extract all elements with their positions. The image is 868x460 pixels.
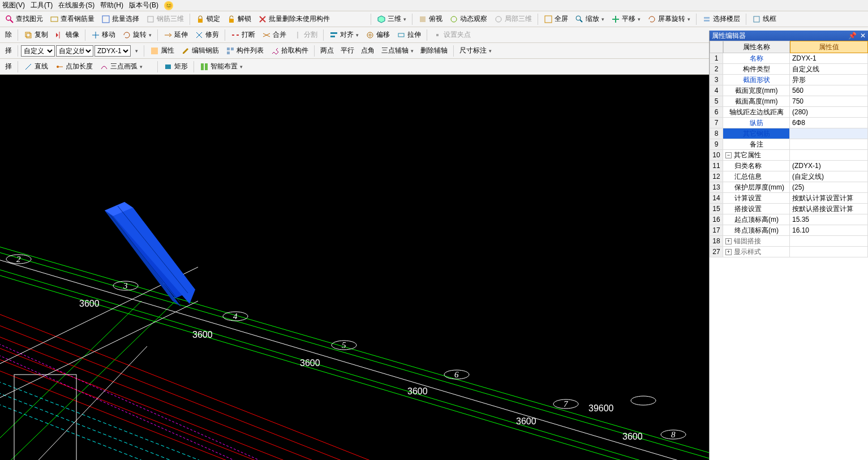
select-floor-button[interactable]: 选择楼层 <box>699 13 743 25</box>
property-value[interactable]: 750 <box>790 96 868 107</box>
property-value[interactable] <box>790 139 868 150</box>
property-row[interactable]: 7纵筋6Φ8 <box>710 118 868 128</box>
property-row[interactable]: 16起点顶标高(m)15.35 <box>710 214 868 225</box>
property-row[interactable]: 1名称ZDYX-1 <box>710 53 868 64</box>
copy-button[interactable]: 复制 <box>21 29 51 41</box>
arc3-button[interactable]: 三点画弧 <box>97 61 145 73</box>
property-row[interactable]: 5截面高度(mm)750 <box>710 96 868 107</box>
property-value[interactable]: (25) <box>790 182 868 193</box>
view-rebar-button[interactable]: 查看钢筋量 <box>47 13 97 25</box>
break-button[interactable]: 打断 <box>228 29 258 41</box>
move-button[interactable]: 移动 <box>88 29 118 41</box>
collapse-icon[interactable]: − <box>725 152 732 158</box>
menu-online[interactable]: 在线服务(S) <box>58 1 94 10</box>
property-value[interactable] <box>790 150 868 161</box>
wireframe-button[interactable]: 线框 <box>749 13 779 25</box>
offset-button[interactable]: 偏移 <box>363 29 393 41</box>
property-value[interactable]: 6Φ8 <box>790 118 868 128</box>
property-row[interactable]: 9备注 <box>710 139 868 150</box>
expand-icon[interactable]: + <box>725 238 732 244</box>
merge-button[interactable]: 合并 <box>259 29 289 41</box>
property-row[interactable]: 14计算设置按默认计算设置计算 <box>710 193 868 204</box>
component-dropdown-button[interactable] <box>132 45 141 57</box>
menu-help[interactable]: 帮助(H) <box>100 1 123 10</box>
property-row[interactable]: 6轴线距左边线距离(280) <box>710 107 868 118</box>
menu-version[interactable]: 版本号(B) <box>129 1 158 10</box>
property-value[interactable]: 按默认计算设置计算 <box>790 193 868 204</box>
lock-button[interactable]: 锁定 <box>193 13 223 25</box>
property-value[interactable]: (自定义线) <box>790 171 868 182</box>
pick-component-button[interactable]: 拾取构件 <box>268 45 311 57</box>
batch-select-button[interactable]: 批量选择 <box>98 13 142 25</box>
property-value[interactable]: 16.10 <box>790 225 868 236</box>
delete-button[interactable]: 除 <box>2 29 15 41</box>
property-row[interactable]: 13保护层厚度(mm)(25) <box>710 182 868 193</box>
property-body[interactable]: 1名称ZDYX-12构件类型自定义线3截面形状异形4截面宽度(mm)5605截面… <box>710 53 868 460</box>
component-list-button[interactable]: 构件列表 <box>223 45 267 57</box>
screen-rotate-button[interactable]: 屏幕旋转 <box>644 13 693 25</box>
point-length-button[interactable]: 点加长度 <box>52 61 96 73</box>
rotate-button[interactable]: 旋转 <box>119 29 154 41</box>
category-select[interactable]: 自定义 <box>21 45 55 57</box>
property-row[interactable]: 4截面宽度(mm)560 <box>710 85 868 96</box>
three-point-axis-button[interactable]: 三点辅轴 <box>379 45 416 57</box>
property-value[interactable]: (280) <box>790 107 868 118</box>
smiley-icon[interactable]: 😊 <box>164 1 173 10</box>
property-row[interactable]: 11归类名称(ZDYX-1) <box>710 161 868 171</box>
mirror-button[interactable]: 镜像 <box>52 29 82 41</box>
type-select[interactable]: 自定义线 <box>56 45 93 57</box>
attr-button[interactable]: 属性 <box>147 45 177 57</box>
property-value[interactable]: 按默认搭接设置计算 <box>790 204 868 214</box>
property-row[interactable]: 18+锚固搭接 <box>710 236 868 247</box>
align-button[interactable]: 对齐 <box>326 29 362 41</box>
property-value[interactable]: (ZDYX-1) <box>790 161 868 171</box>
point-angle-button[interactable]: 点角 <box>358 45 377 57</box>
unlock-button[interactable]: 解锁 <box>224 13 254 25</box>
dimension-button[interactable]: 尺寸标注 <box>457 45 495 57</box>
parallel-button[interactable]: 平行 <box>338 45 357 57</box>
top-view-button[interactable]: 俯视 <box>415 13 445 25</box>
viewport-3d[interactable]: 2 3 4 5 6 7 8 3600 3600 3600 3600 3600 3… <box>0 75 709 460</box>
property-row[interactable]: 12汇总信息(自定义线) <box>710 171 868 182</box>
batch-delete-button[interactable]: 批量删除未使用构件 <box>255 13 333 25</box>
trim-button[interactable]: 修剪 <box>192 29 222 41</box>
component-select[interactable]: ZDYX-1 <box>94 45 131 57</box>
auto-layout-button[interactable]: 智能布置 <box>197 61 246 73</box>
property-value[interactable]: 15.35 <box>790 214 868 225</box>
property-row[interactable]: 27+显示样式 <box>710 247 868 257</box>
pin-icon[interactable]: 📌 <box>848 32 857 40</box>
pan-button[interactable]: 平移 <box>608 13 643 25</box>
select-button[interactable]: 择 <box>2 45 15 57</box>
select2-button[interactable]: 择 <box>2 61 15 73</box>
delete-axis-button[interactable]: 删除辅轴 <box>418 45 450 57</box>
property-value[interactable] <box>790 236 868 247</box>
close-icon[interactable]: ✕ <box>860 32 866 40</box>
menu-view[interactable]: 视图(V) <box>2 1 25 10</box>
svg-point-64 <box>631 396 656 405</box>
property-value[interactable]: 异形 <box>790 75 868 85</box>
property-row[interactable]: 17终点顶标高(m)16.10 <box>710 225 868 236</box>
fullscreen-button[interactable]: 全屏 <box>541 13 571 25</box>
property-value[interactable]: 自定义线 <box>790 64 868 75</box>
property-row[interactable]: 8其它钢筋 <box>710 128 868 139</box>
zoom-button[interactable]: 缩放 <box>572 13 607 25</box>
property-value[interactable] <box>790 247 868 257</box>
expand-icon[interactable]: + <box>725 249 732 255</box>
two-point-button[interactable]: 两点 <box>317 45 337 57</box>
rect-button[interactable]: 矩形 <box>161 61 191 73</box>
property-row[interactable]: 3截面形状异形 <box>710 75 868 85</box>
property-row[interactable]: 2构件类型自定义线 <box>710 64 868 75</box>
dynamic-orbit-button[interactable]: 动态观察 <box>446 13 490 25</box>
property-row[interactable]: 10−其它属性 <box>710 150 868 161</box>
menu-tools[interactable]: 工具(T) <box>31 1 53 10</box>
property-value[interactable]: ZDYX-1 <box>790 53 868 64</box>
find-elements-button[interactable]: 查找图元 <box>2 13 46 25</box>
extend-button[interactable]: 延伸 <box>161 29 191 41</box>
property-value[interactable]: 560 <box>790 85 868 96</box>
line-button[interactable]: 直线 <box>21 61 51 73</box>
edit-rebar-button[interactable]: 编辑钢筋 <box>178 45 222 57</box>
property-row[interactable]: 15搭接设置按默认搭接设置计算 <box>710 204 868 214</box>
property-value[interactable] <box>790 128 868 139</box>
3d-view-button[interactable]: 三维 <box>374 13 409 25</box>
stretch-button[interactable]: 拉伸 <box>394 29 424 41</box>
